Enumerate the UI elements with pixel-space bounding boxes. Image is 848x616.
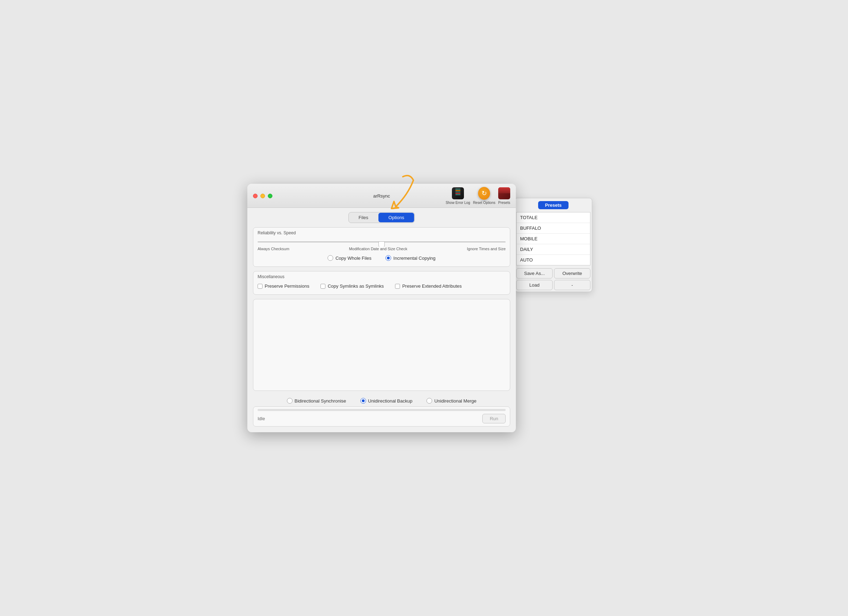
show-error-log-button[interactable]: Show Error Log bbox=[446, 187, 470, 205]
preset-item-daily[interactable]: DAILY bbox=[517, 244, 590, 255]
save-as-button[interactable]: Save As... bbox=[516, 268, 553, 279]
bidirectional-sync-radio[interactable] bbox=[287, 398, 292, 404]
reset-icon: ↻ bbox=[478, 187, 490, 200]
presets-icon-container bbox=[498, 187, 510, 199]
slider-section: Always Checksum Modification Date and Si… bbox=[254, 238, 510, 266]
incremental-copying-label: Incremental Copying bbox=[393, 255, 435, 261]
progress-bar bbox=[258, 409, 506, 411]
reset-options-label: Reset Options bbox=[473, 201, 495, 205]
traffic-lights bbox=[253, 194, 273, 198]
title-bar: arRsync Show Error Log ↻ Reset Options bbox=[248, 184, 516, 208]
preset-item-mobile[interactable]: MOBILE bbox=[517, 234, 590, 244]
toolbar: Show Error Log ↻ Reset Options Presets bbox=[446, 187, 510, 205]
presets-icon bbox=[498, 187, 510, 199]
bidirectional-sync-label: Bidirectional Synchronise bbox=[295, 398, 346, 404]
minimize-button[interactable] bbox=[260, 194, 265, 198]
reset-options-button[interactable]: ↻ Reset Options bbox=[473, 187, 495, 205]
main-content: Files Options Reliability vs. Speed bbox=[248, 208, 516, 432]
preserve-extended-attrs-option[interactable]: Preserve Extended Attributes bbox=[395, 284, 461, 289]
preset-item-totale[interactable]: TOTALE bbox=[517, 212, 590, 223]
unidirectional-merge-radio[interactable] bbox=[427, 398, 432, 404]
presets-header: Presets bbox=[515, 198, 592, 212]
slider-label-right: Ignore Times and Size bbox=[467, 247, 506, 251]
copy-symlinks-option[interactable]: Copy Symlinks as Symlinks bbox=[320, 284, 384, 289]
misc-section-label: Miscellaneous bbox=[254, 272, 510, 281]
slider-label-center: Modification Date and Size Check bbox=[349, 247, 408, 251]
tab-options[interactable]: Options bbox=[378, 213, 414, 222]
presets-row-2: Load - bbox=[516, 280, 590, 290]
window-title: arRsync bbox=[373, 193, 390, 199]
slider-label-left: Always Checksum bbox=[258, 247, 289, 251]
slider-line bbox=[258, 241, 506, 242]
reliability-section-label: Reliability vs. Speed bbox=[254, 228, 510, 237]
presets-toolbar-label: Presets bbox=[498, 201, 510, 205]
reset-icon-container: ↻ bbox=[478, 187, 490, 199]
unidirectional-backup-option[interactable]: Unidirectional Backup bbox=[360, 398, 413, 404]
presets-row-1: Save As... Overwrite bbox=[516, 268, 590, 279]
presets-actions: Save As... Overwrite Load - bbox=[515, 266, 592, 292]
preserve-permissions-option[interactable]: Preserve Permissions bbox=[258, 284, 309, 289]
load-button[interactable]: Load bbox=[516, 280, 553, 290]
run-button[interactable]: Run bbox=[482, 414, 506, 423]
tab-container: Files Options bbox=[348, 212, 415, 223]
screenshot-wrapper: arRsync Show Error Log ↻ Reset Options bbox=[248, 184, 600, 432]
copy-mode-radio-row: Copy Whole Files Incremental Copying bbox=[258, 254, 506, 262]
status-bar-section: Idle Run bbox=[253, 407, 510, 427]
tab-files[interactable]: Files bbox=[349, 212, 378, 223]
bidirectional-sync-option[interactable]: Bidirectional Synchronise bbox=[287, 398, 346, 404]
preserve-extended-attrs-checkbox[interactable] bbox=[395, 284, 400, 289]
preset-item-buffalo[interactable]: BUFFALO bbox=[517, 223, 590, 234]
misc-section-content: Preserve Permissions Copy Symlinks as Sy… bbox=[254, 281, 510, 294]
sync-mode-radio-row: Bidirectional Synchronise Unidirectional… bbox=[253, 395, 510, 407]
dash-button[interactable]: - bbox=[554, 280, 590, 290]
incremental-copying-radio[interactable] bbox=[385, 255, 391, 261]
close-button[interactable] bbox=[253, 194, 258, 198]
tab-bar: Files Options bbox=[253, 212, 510, 223]
windows-container: arRsync Show Error Log ↻ Reset Options bbox=[248, 184, 600, 432]
unidirectional-merge-option[interactable]: Unidirectional Merge bbox=[427, 398, 476, 404]
show-error-log-label: Show Error Log bbox=[446, 201, 470, 205]
error-log-icon-container bbox=[452, 187, 464, 199]
status-row: Idle Run bbox=[258, 414, 506, 423]
slider-track[interactable] bbox=[258, 238, 506, 245]
preserve-permissions-checkbox[interactable] bbox=[258, 284, 262, 289]
unidirectional-backup-radio[interactable] bbox=[360, 398, 366, 404]
maximize-button[interactable] bbox=[268, 194, 273, 198]
preserve-extended-attrs-label: Preserve Extended Attributes bbox=[402, 284, 461, 289]
main-window: arRsync Show Error Log ↻ Reset Options bbox=[248, 184, 516, 432]
preserve-permissions-label: Preserve Permissions bbox=[265, 284, 309, 289]
presets-list: TOTALE BUFFALO MOBILE DAILY AUTO bbox=[516, 212, 590, 266]
copy-symlinks-label: Copy Symlinks as Symlinks bbox=[328, 284, 384, 289]
presets-toolbar-button[interactable]: Presets bbox=[498, 187, 510, 205]
unidirectional-backup-label: Unidirectional Backup bbox=[368, 398, 413, 404]
miscellaneous-section: Miscellaneous Preserve Permissions Copy … bbox=[253, 271, 510, 295]
reliability-section: Reliability vs. Speed Always Checksum Mo… bbox=[253, 227, 510, 267]
incremental-copying-option[interactable]: Incremental Copying bbox=[385, 255, 435, 261]
presets-title-badge: Presets bbox=[538, 201, 569, 209]
copy-symlinks-checkbox[interactable] bbox=[320, 284, 325, 289]
error-log-icon bbox=[452, 187, 464, 199]
presets-panel: Presets TOTALE BUFFALO MOBILE DAILY AUTO… bbox=[514, 198, 592, 292]
copy-whole-files-label: Copy Whole Files bbox=[335, 255, 371, 261]
copy-whole-files-option[interactable]: Copy Whole Files bbox=[328, 255, 371, 261]
preset-item-auto[interactable]: AUTO bbox=[517, 255, 590, 265]
overwrite-button[interactable]: Overwrite bbox=[554, 268, 590, 279]
content-area bbox=[253, 299, 510, 391]
checkbox-row: Preserve Permissions Copy Symlinks as Sy… bbox=[258, 282, 506, 290]
copy-whole-files-radio[interactable] bbox=[328, 255, 333, 261]
unidirectional-merge-label: Unidirectional Merge bbox=[434, 398, 476, 404]
status-text: Idle bbox=[258, 416, 265, 421]
